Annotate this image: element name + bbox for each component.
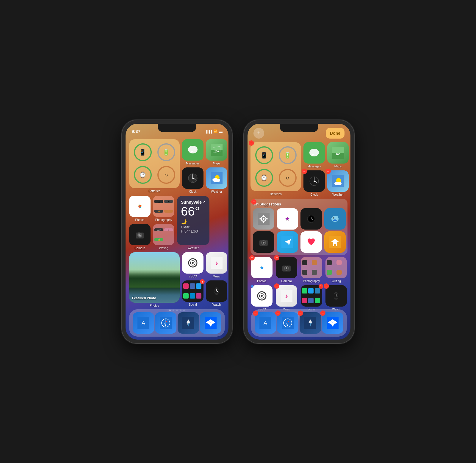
weather-remove[interactable]: −: [325, 169, 331, 174]
edit-clock-icon[interactable]: [303, 170, 325, 192]
edit-maps-icon[interactable]: 280: [327, 142, 349, 164]
edit-dropbox-icon[interactable]: [322, 312, 343, 334]
edit-spark-icon[interactable]: [300, 312, 321, 334]
vsco-app[interactable]: VSCO: [182, 252, 203, 278]
writing-folder-icon[interactable]: △▽ B ✍: [153, 224, 174, 245]
edit-camera-icon2[interactable]: [276, 257, 297, 278]
edit-writing-icon2[interactable]: [325, 257, 347, 278]
camera-app[interactable]: Camera: [129, 224, 151, 250]
edit-social2[interactable]: 1 Social: [301, 285, 322, 311]
done-button[interactable]: Done: [326, 128, 345, 139]
siri-watchface[interactable]: [300, 208, 322, 230]
photography-folder-icon[interactable]: ◻ ∞ 🦋 ○: [153, 196, 174, 217]
tweetbot-icon[interactable]: [324, 208, 346, 230]
home-icon[interactable]: [324, 231, 346, 253]
safari-icon[interactable]: [155, 312, 176, 334]
edit-messages-icon[interactable]: [303, 142, 325, 164]
siri-tweetbot[interactable]: [324, 208, 346, 230]
edit-photography-icon2[interactable]: [301, 257, 322, 278]
social-folder[interactable]: 1 Social: [182, 280, 203, 306]
edit-apps-row2: − Photos − Camera: [250, 257, 347, 283]
siri-telegram[interactable]: [277, 231, 298, 253]
spark-remove[interactable]: −: [298, 310, 303, 316]
edit-messages-app[interactable]: Messages: [303, 142, 325, 168]
edit-vsco2[interactable]: VSCO: [251, 285, 273, 311]
camera-remove[interactable]: −: [274, 255, 279, 260]
settings-icon[interactable]: [253, 208, 274, 230]
watch-remove[interactable]: −: [324, 283, 329, 289]
siri-camera[interactable]: [253, 231, 274, 253]
messages-app[interactable]: Messages: [182, 139, 203, 165]
camera-icon[interactable]: [129, 224, 151, 245]
batteries-remove[interactable]: −: [249, 140, 254, 146]
clock-remove[interactable]: −: [302, 169, 307, 174]
edit-appstore-icon[interactable]: A: [255, 312, 276, 334]
maps-app[interactable]: 280 Maps: [206, 139, 227, 165]
maps-icon[interactable]: 280: [206, 139, 227, 161]
watch-icon-2[interactable]: [206, 280, 227, 302]
edit-vsco-icon2[interactable]: [251, 285, 273, 307]
appstore-icon[interactable]: A: [133, 312, 154, 334]
edit-writing2[interactable]: Writing: [325, 257, 347, 283]
photos-remove[interactable]: −: [249, 255, 255, 260]
edit-music-icon2[interactable]: ♪: [276, 285, 297, 307]
batteries-remove-wrap: − 📱 🔋: [250, 142, 301, 191]
music-app[interactable]: ♪ Music: [206, 252, 227, 278]
edit-clock-app[interactable]: − Clock: [303, 170, 325, 196]
health-icon[interactable]: [300, 231, 322, 253]
edit-maps-app[interactable]: 280 Maps: [327, 142, 349, 168]
weather-app[interactable]: Weather: [206, 167, 227, 193]
photography-folder[interactable]: ◻ ∞ 🦋 ○ Photography: [153, 196, 174, 222]
appstore-app[interactable]: A: [133, 312, 154, 334]
siri-health[interactable]: [300, 231, 322, 253]
photos-app[interactable]: Photos: [129, 196, 151, 222]
weather-icon[interactable]: [206, 167, 227, 189]
edit-safari-app[interactable]: −: [277, 312, 298, 334]
edit-music2[interactable]: − ♪ Music: [276, 285, 297, 311]
music-label: Music: [213, 275, 220, 278]
siri-label: Siri Suggestions: [253, 202, 345, 206]
siri-watch-icon[interactable]: [300, 208, 322, 230]
spark-app[interactable]: [178, 312, 199, 334]
clock-app[interactable]: 6 12 3 Clock: [182, 167, 203, 193]
dropbox-icon[interactable]: [200, 312, 221, 334]
spark-icon[interactable]: [178, 312, 199, 334]
edit-dropbox-app[interactable]: −: [322, 312, 343, 334]
edit-watch2[interactable]: − Watch: [325, 285, 347, 311]
music-remove[interactable]: −: [274, 283, 279, 289]
siri-photos-icon[interactable]: [277, 208, 298, 230]
edit-watch-icon2[interactable]: [325, 285, 347, 307]
siri-photos[interactable]: [277, 208, 298, 230]
edit-photos-icon2[interactable]: [251, 257, 273, 278]
social-icon[interactable]: [182, 280, 203, 302]
writing-folder[interactable]: △▽ B ✍ Writing: [153, 224, 174, 250]
dropbox-app[interactable]: [200, 312, 221, 334]
appstore-remove[interactable]: −: [253, 310, 258, 316]
edit-camera2[interactable]: − Camera: [276, 257, 297, 283]
watch-app[interactable]: Watch: [206, 280, 227, 306]
photos-icon[interactable]: [129, 196, 151, 217]
edit-weather-icon[interactable]: [327, 170, 349, 192]
svg-rect-25: [138, 232, 140, 233]
siri-remove[interactable]: −: [251, 199, 256, 205]
safari-app[interactable]: [155, 312, 176, 334]
messages-label: Messages: [186, 162, 200, 165]
siri-home[interactable]: [324, 231, 346, 253]
vsco-icon[interactable]: [182, 252, 203, 274]
siri-settings[interactable]: [253, 208, 274, 230]
edit-photography2[interactable]: Photography: [301, 257, 322, 283]
edit-spark-app[interactable]: −: [300, 312, 321, 334]
messages-icon[interactable]: [182, 139, 203, 161]
edit-weather-app[interactable]: − Weather: [327, 170, 349, 196]
edit-appstore-app[interactable]: − A: [255, 312, 276, 334]
music-icon[interactable]: ♪: [206, 252, 227, 274]
safari-remove[interactable]: −: [275, 310, 281, 316]
edit-safari-icon[interactable]: [277, 312, 298, 334]
clock-icon[interactable]: 6 12 3: [182, 167, 203, 189]
dropbox-remove[interactable]: −: [320, 310, 325, 316]
telegram-icon[interactable]: [277, 231, 298, 253]
add-widget-button[interactable]: +: [253, 128, 264, 139]
siri-camera-icon[interactable]: [253, 231, 274, 253]
edit-photos2[interactable]: − Photos: [251, 257, 273, 283]
edit-social-icon2[interactable]: [301, 285, 322, 307]
